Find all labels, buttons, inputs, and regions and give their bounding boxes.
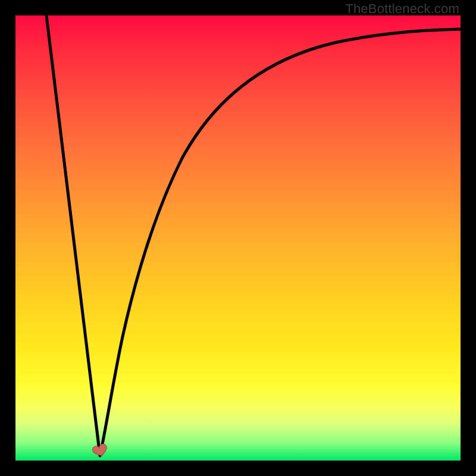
curve-path [46, 15, 461, 456]
bottleneck-curve [15, 15, 461, 461]
chart-frame [15, 15, 461, 461]
watermark-text: TheBottleneck.com [345, 1, 459, 17]
